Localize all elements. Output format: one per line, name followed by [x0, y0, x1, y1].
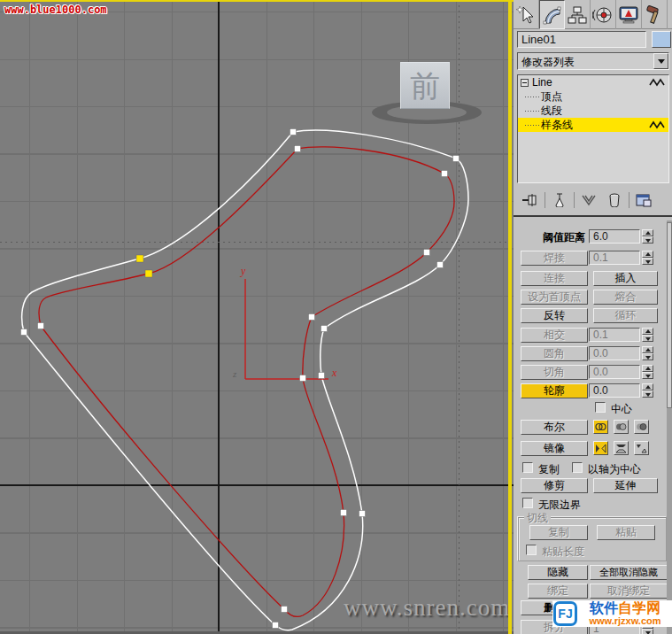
- spline-vertex[interactable]: [21, 329, 27, 336]
- site-logo-url: www.rjzxw.com: [589, 616, 660, 626]
- infinite-bounds-checkbox[interactable]: [522, 498, 533, 508]
- weld-button[interactable]: 焊接: [521, 251, 588, 266]
- unbind-button[interactable]: 取消绑定: [590, 584, 668, 599]
- bind-row: 绑定 取消绑定: [514, 584, 672, 599]
- fillet-field[interactable]: 0.0: [589, 346, 640, 360]
- mirror-vertical-button[interactable]: [614, 441, 629, 455]
- weld-spinner[interactable]: [642, 251, 653, 265]
- stack-row-spline[interactable]: 样条线: [518, 118, 668, 132]
- stack-row-vertex[interactable]: 顶点: [518, 89, 668, 104]
- paste-length-checkbox[interactable]: [526, 545, 537, 555]
- remove-modifier-button[interactable]: [603, 190, 626, 210]
- site-banner-text: www.blue1000.com: [4, 4, 107, 16]
- outline-field[interactable]: 0.0: [589, 383, 640, 398]
- extend-button[interactable]: 延伸: [593, 478, 658, 493]
- transform-gizmo[interactable]: y x z: [232, 265, 337, 379]
- spline-canvas[interactable]: y x z: [0, 0, 514, 634]
- modifier-list-dropdown[interactable]: 修改器列表: [517, 52, 669, 70]
- tangent-copy-button[interactable]: 复制: [529, 525, 588, 540]
- spline-vertex[interactable]: [442, 171, 448, 177]
- cross-insert-spinner[interactable]: [642, 328, 653, 342]
- object-color-swatch[interactable]: [652, 31, 671, 48]
- spline-vertex[interactable]: [309, 314, 315, 321]
- chamfer-spinner[interactable]: [642, 365, 653, 379]
- mirror-button[interactable]: 镜像: [521, 441, 588, 456]
- outline-button[interactable]: 轮廓: [521, 383, 588, 398]
- show-end-result-button[interactable]: [548, 190, 571, 210]
- spline-vertex[interactable]: [359, 511, 366, 517]
- collapse-icon[interactable]: [521, 79, 529, 87]
- dropdown-arrow-icon[interactable]: [653, 53, 668, 69]
- about-pivot-checkbox[interactable]: [572, 462, 583, 473]
- connect-button[interactable]: 连接: [521, 271, 588, 286]
- center-checkbox[interactable]: [595, 402, 606, 413]
- weld-field[interactable]: 0.1: [589, 251, 640, 265]
- scrollbar-thumb[interactable]: [667, 222, 672, 408]
- spline-vertex[interactable]: [273, 622, 279, 629]
- trim-button[interactable]: 修剪: [521, 478, 588, 493]
- spline-vertex[interactable]: [300, 375, 306, 382]
- spline-vertex[interactable]: [282, 607, 288, 613]
- insert-button[interactable]: 插入: [593, 271, 658, 286]
- tab-create[interactable]: [514, 0, 539, 29]
- chamfer-field[interactable]: 0.0: [589, 365, 640, 379]
- tangent-group: 切线 复制 粘贴 粘贴长度: [518, 517, 667, 561]
- fillet-spinner[interactable]: [642, 346, 653, 360]
- boolean-union-button[interactable]: [593, 420, 608, 434]
- copy-label: 复制: [538, 462, 560, 477]
- pin-stack-button[interactable]: [519, 190, 542, 210]
- spline-vertex[interactable]: [437, 262, 444, 268]
- tab-modify[interactable]: [539, 0, 565, 29]
- spline-vertex[interactable]: [424, 250, 430, 256]
- selected-spline-vertex[interactable]: [136, 255, 143, 262]
- cross-insert-field[interactable]: 0.1: [589, 328, 640, 342]
- tab-hierarchy[interactable]: [565, 0, 591, 29]
- cycle-button[interactable]: 循环: [593, 308, 658, 323]
- selected-spline-vertex[interactable]: [145, 270, 152, 277]
- spline-vertex[interactable]: [341, 510, 347, 516]
- fillet-button[interactable]: 圆角: [521, 346, 588, 361]
- tangent-paste-button[interactable]: 粘贴: [597, 525, 655, 540]
- hide-button[interactable]: 隐藏: [528, 565, 588, 580]
- cross-insert-button[interactable]: 相交: [521, 328, 588, 343]
- stack-row-line[interactable]: Line: [518, 75, 668, 89]
- mirror-horizontal-button[interactable]: [593, 441, 608, 455]
- outline-spinner[interactable]: [642, 383, 653, 398]
- mirror-both-button[interactable]: [634, 441, 649, 455]
- boolean-intersect-button[interactable]: [634, 420, 649, 434]
- unhide-all-button[interactable]: 全部取消隐藏: [590, 565, 668, 580]
- divider: [574, 192, 575, 208]
- front-viewport[interactable]: 前 y x z www.snren.com www.blue1000.com: [0, 0, 514, 634]
- spline-vertex[interactable]: [295, 146, 301, 152]
- panel-scrollbar[interactable]: [667, 220, 672, 634]
- make-first-button[interactable]: 设为首顶点: [521, 290, 588, 305]
- copy-checkbox[interactable]: [522, 462, 533, 473]
- stack-vertex-label: 顶点: [541, 90, 562, 103]
- make-unique-button[interactable]: [577, 190, 600, 210]
- tab-motion[interactable]: [591, 0, 616, 29]
- threshold-field[interactable]: 6.0: [589, 229, 640, 244]
- paste-length-label: 粘贴长度: [542, 545, 584, 560]
- tab-display[interactable]: [616, 0, 642, 29]
- object-name-field[interactable]: Line01: [517, 31, 646, 48]
- bind-button[interactable]: 绑定: [528, 584, 588, 599]
- selected-spline-red[interactable]: [39, 147, 454, 617]
- outline-spline-white[interactable]: [22, 130, 468, 630]
- command-panel-tabs: [514, 0, 672, 29]
- threshold-spinner[interactable]: [642, 229, 653, 244]
- spline-vertex[interactable]: [321, 326, 328, 332]
- spline-vertex[interactable]: [38, 323, 44, 329]
- configure-modifier-sets-button[interactable]: [632, 190, 655, 210]
- tab-utilities[interactable]: [642, 0, 668, 29]
- spline-vertex[interactable]: [453, 156, 460, 162]
- spline-vertex[interactable]: [319, 373, 325, 379]
- spline-vertices[interactable]: [21, 129, 460, 629]
- stack-row-segment[interactable]: 线段: [518, 104, 668, 118]
- boolean-button[interactable]: 布尔: [521, 420, 588, 435]
- spline-vertex[interactable]: [290, 129, 297, 135]
- reverse-button[interactable]: 反转: [521, 308, 588, 323]
- utilities-tab-icon: [645, 4, 664, 26]
- chamfer-button[interactable]: 切角: [521, 365, 588, 380]
- boolean-subtract-button[interactable]: [614, 420, 629, 434]
- fuse-button[interactable]: 熔合: [593, 290, 658, 305]
